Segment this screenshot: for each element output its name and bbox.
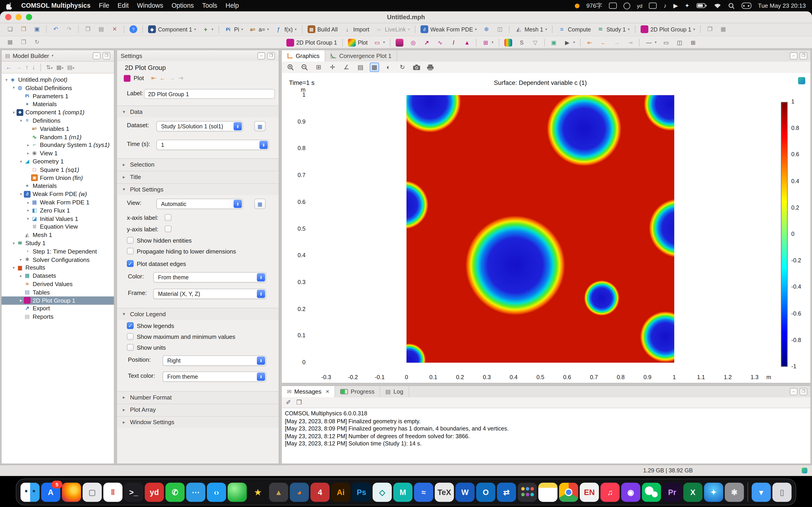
dock-icon-cinema4d[interactable]: 4 <box>310 482 329 502</box>
height-expression-button[interactable]: ▲ <box>461 37 473 48</box>
compute-button[interactable]: =Compute <box>556 24 593 35</box>
tree-node-results[interactable]: ▾▆Results <box>2 264 114 272</box>
dock-icon-blue-docs[interactable]: ⋯ <box>186 482 205 502</box>
dock-icon-transmit[interactable]: ⇄ <box>497 482 516 502</box>
yaxis-label-checkbox[interactable] <box>164 226 171 232</box>
back-arrow-icon[interactable]: ← <box>6 64 12 71</box>
tree-node-initial-values-1[interactable]: ▸◪Initial Values 1 <box>2 215 114 223</box>
tree-node-tables[interactable]: ▤Tables <box>2 288 114 296</box>
tree-node-boundary-system-1[interactable]: ▸⌐Boundary System 1(sys1) <box>2 141 114 150</box>
tree-node-form-union[interactable]: ▣Form Union(fin) <box>2 174 114 182</box>
tree-node-materials[interactable]: ●Materials <box>2 182 114 190</box>
reset-layout-button[interactable]: ▦ <box>717 24 729 35</box>
bluetooth-icon[interactable]: ✦ <box>685 2 690 9</box>
dataset-edges-checkbox[interactable]: ✓ <box>127 260 134 267</box>
tree-expander-icon[interactable]: ▸ <box>18 257 24 262</box>
menu-bar-clock[interactable]: Tue May 23 20:13 <box>758 2 806 9</box>
streamline-plot-button[interactable]: ∿ <box>434 37 446 48</box>
reset-desktop-button[interactable]: ↻ <box>31 37 43 47</box>
tree-node-weak-form-pde[interactable]: ▾∂Weak Form PDE(w) <box>2 190 114 198</box>
frame-select[interactable]: Material (X, Y, Z) ▲▼ <box>153 289 266 299</box>
grid-split-button[interactable]: ◫ <box>673 37 686 48</box>
minimize-panel-button[interactable]: – <box>93 52 100 59</box>
copy-button[interactable]: ❐ <box>82 24 94 35</box>
dataset-select[interactable]: Study 1/Solution 1 (sol1) ▲▼ <box>156 121 243 131</box>
dock-icon-netease[interactable]: EN <box>580 482 599 502</box>
color-expression-button[interactable] <box>502 37 514 48</box>
tree-expander-icon[interactable]: ▸ <box>26 151 31 156</box>
deformation-button[interactable]: S <box>516 37 528 48</box>
move-up-icon[interactable]: ↑ <box>26 64 29 71</box>
tree-node-derived-values[interactable]: ≈Derived Values <box>2 280 114 288</box>
plot-in-menu[interactable]: ▭▾ <box>371 37 387 48</box>
search-icon[interactable] <box>728 2 735 9</box>
parameters-menu[interactable]: PiPi▾ <box>222 24 245 35</box>
show-hidden-checkbox[interactable] <box>127 237 134 244</box>
zoom-extents-icon[interactable]: ⊞ <box>314 63 323 72</box>
physics-menu[interactable]: ∂Weak Form PDE▾ <box>418 24 479 35</box>
tree-expander-icon[interactable]: ▸ <box>26 200 31 205</box>
menu-tools[interactable]: Tools <box>202 2 217 9</box>
tree-node-materials[interactable]: ●Materials <box>2 100 114 108</box>
menu-windows[interactable]: Windows <box>137 2 163 9</box>
wifi-icon[interactable] <box>713 3 721 9</box>
previous-solution-icon[interactable]: ← <box>159 74 166 82</box>
paste-button[interactable]: ▤ <box>95 24 107 35</box>
dock-icon-outlook[interactable]: O <box>476 482 496 502</box>
camera-status-icon[interactable] <box>623 2 630 9</box>
tree-node-random-1[interactable]: ∿Random 1(rn1) <box>2 133 114 141</box>
component-menu[interactable]: ◆Component 1▾ <box>146 24 198 35</box>
show-maxmin-checkbox[interactable] <box>127 333 134 340</box>
tree-node-datasets[interactable]: ▸▦Datasets <box>2 272 114 280</box>
dock-icon-mweb[interactable]: M <box>393 482 413 502</box>
dock-icon-photoshop[interactable]: Ps <box>352 482 371 502</box>
graphics-minimize-button[interactable]: – <box>790 52 798 60</box>
section-number-format[interactable]: ▸Number Format <box>117 391 279 403</box>
active-app-name[interactable]: COMSOL Multiphysics <box>21 2 91 9</box>
tree-node-component-1[interactable]: ▾◆Component 1(comp1) <box>2 108 114 117</box>
axis-orientation-icon[interactable]: ∠ <box>342 63 351 72</box>
tree-expander-icon[interactable]: ▸ <box>26 208 31 213</box>
more-plots-menu[interactable]: ⊞▾ <box>479 37 496 48</box>
tree-expander-icon[interactable]: ▸ <box>26 216 31 221</box>
show-legends-checkbox[interactable]: ✓ <box>127 322 134 329</box>
display-icon[interactable] <box>649 2 657 9</box>
tree-expander-icon[interactable]: ▸ <box>18 273 24 278</box>
legend-textcolor-select[interactable]: From theme ▲▼ <box>163 372 266 382</box>
new-file-button[interactable]: ❏ <box>4 24 16 35</box>
tree-node-reports[interactable]: ▤Reports <box>2 313 114 321</box>
image-toggle-icon[interactable]: ▤ <box>356 63 365 72</box>
variables-menu[interactable]: a=a=▾ <box>247 24 271 35</box>
import-button[interactable]: ↓Import <box>341 24 371 35</box>
float-panel-button[interactable]: ❐ <box>103 52 110 59</box>
tree-node-equation-view[interactable]: ≣Equation View <box>2 223 114 231</box>
help-button[interactable]: ? <box>127 24 139 35</box>
messages-minimize-button[interactable]: – <box>790 388 798 395</box>
tree-node-solver-configurations[interactable]: ▸✱Solver Configurations <box>2 255 114 264</box>
time-select[interactable]: 1 ▲▼ <box>156 139 269 150</box>
dock-icon-preview[interactable]: ▢ <box>83 482 102 502</box>
tree-node-export[interactable]: ↗Export <box>2 304 114 313</box>
last-solution-icon[interactable]: ⇥ <box>178 74 183 82</box>
dock-icon-premiere[interactable]: Pr <box>663 482 682 502</box>
mesh-menu[interactable]: ◭Mesh 1▾ <box>513 24 549 35</box>
section-data[interactable]: ▾Data <box>117 106 279 117</box>
dock-icon-safari[interactable]: ✦ <box>704 482 723 502</box>
dock-icon-trash[interactable]: ▯ <box>772 482 792 502</box>
tab-messages[interactable]: ✉ Messages ✕ <box>282 386 335 397</box>
dock-icon-finder[interactable] <box>20 482 40 502</box>
tree-expander-icon[interactable]: ▸ <box>26 143 31 148</box>
active-plot-group-button[interactable]: 2D Plot Group 1 <box>284 37 339 48</box>
section-color-legend[interactable]: ▾Color Legend <box>117 308 279 320</box>
battery-icon[interactable] <box>697 3 707 8</box>
line-plot-button[interactable]: / <box>448 37 460 48</box>
messages-float-button[interactable]: ❐ <box>800 388 807 395</box>
desktop-layout-button[interactable]: ▦ <box>4 37 16 47</box>
arrow-plot-button[interactable]: ↗ <box>421 37 433 48</box>
dock-icon-system-settings[interactable]: ✱ <box>725 482 744 502</box>
animation-menu[interactable]: ▶▾ <box>561 37 577 48</box>
tree-node-zero-flux-1[interactable]: ▸◧Zero Flux 1 <box>2 207 114 215</box>
tree-node-geometry-1[interactable]: ▾◢Geometry 1 <box>2 157 114 166</box>
scene-light-icon[interactable]: ◐ <box>384 63 393 72</box>
tree-expander-icon[interactable]: ▾ <box>4 77 9 82</box>
